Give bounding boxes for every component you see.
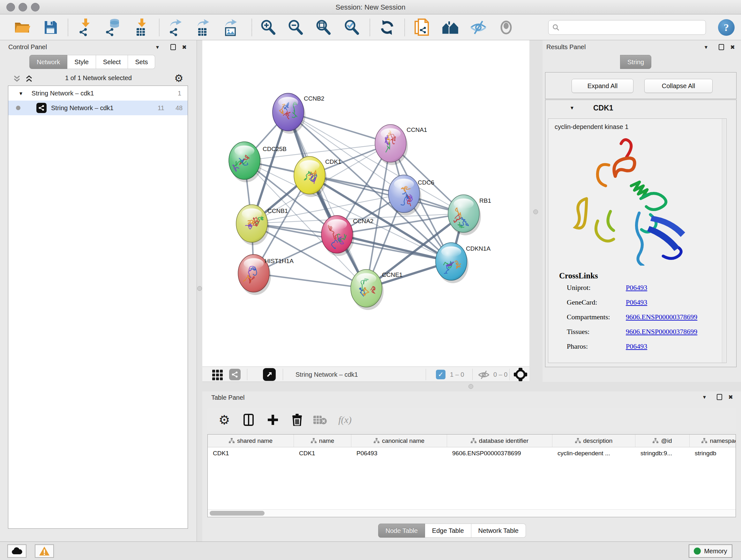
bottom-splitter-handle[interactable] [468,384,473,389]
column-header-namespace[interactable]: namespace [690,435,736,447]
network-node-CDC6[interactable]: CDC6 [388,175,434,215]
refresh-button[interactable] [378,18,396,37]
table-cell[interactable]: CDK1 [294,447,351,459]
table-hscrollbar[interactable] [208,509,736,517]
panel-float-icon[interactable] [717,394,722,400]
cloud-button[interactable] [7,544,26,558]
save-session-button[interactable] [41,18,60,37]
help-button[interactable]: ? [718,19,735,36]
table-cell[interactable]: cyclin-dependent ... [552,447,635,459]
table-cell[interactable]: stringdb [690,447,736,459]
tab-select[interactable]: Select [96,55,128,69]
collapse-all-button[interactable]: Collapse All [644,79,713,93]
crosslink-link[interactable]: 9606.ENSP00000378699 [626,313,697,321]
import-network-database-button[interactable] [104,18,122,37]
right-splitter-handle[interactable] [533,209,538,214]
table-row[interactable]: CDK1CDK1P064939606.ENSP00000378699cyclin… [208,447,736,459]
panel-float-icon[interactable] [171,44,176,50]
left-splitter[interactable] [197,40,202,542]
add-column-icon[interactable] [266,413,280,427]
eye-button[interactable] [497,18,515,37]
network-node-CDC25B[interactable]: CDC25B [229,142,286,182]
left-splitter-handle[interactable] [197,286,202,291]
expand-all-button[interactable]: Expand All [571,79,633,93]
network-node-CDKN1A[interactable]: CDKN1A [435,243,490,283]
panel-close-icon[interactable]: ✖ [728,394,733,400]
table-cell[interactable]: stringdb:9... [635,447,690,459]
tab-network-table[interactable]: Network Table [471,523,526,538]
show-hide-eye-button[interactable] [469,18,488,37]
crosslink-link[interactable]: P06493 [626,298,647,307]
zoom-out-button[interactable] [286,18,305,37]
collection-expander-icon[interactable]: ▼ [18,91,23,96]
export-image-button[interactable] [222,18,240,37]
open-session-button[interactable] [13,18,31,37]
crosslink-link[interactable]: 9606.ENSP00000378699 [626,327,697,336]
entry-header[interactable]: ▼ CDK1 [545,100,736,118]
bottom-splitter[interactable] [202,382,741,391]
results-scrollbar[interactable] [722,119,726,363]
network-canvas[interactable]: CCNB2CCNA1CDC25BCDK1CDC6RB1CCNB1CCNA2CDK… [202,40,529,367]
panel-close-icon[interactable]: ✖ [182,44,187,51]
network-node-CCNE1[interactable]: CCNE1 [351,269,402,310]
zoom-selected-button[interactable] [342,18,361,37]
panel-menu-icon[interactable]: ▼ [155,44,160,51]
trash-icon[interactable] [290,413,305,427]
selected-checkbox[interactable]: ✓ [436,370,446,379]
import-network-file-button[interactable] [77,18,95,37]
network-node-CCNA2[interactable]: CCNA2 [321,215,374,257]
column-header-shared-name[interactable]: shared name [208,435,294,447]
crosslink-link[interactable]: P06493 [626,342,647,351]
tab-sets[interactable]: Sets [128,55,155,69]
crosslink-label: Pharos: [567,342,588,351]
share-icon[interactable] [229,369,241,380]
import-table-button[interactable] [133,18,151,37]
open-in-new-icon[interactable] [263,368,276,381]
network-node-HIST1H1A[interactable]: HIST1H1A [238,254,293,295]
network-edge[interactable] [288,112,366,288]
network-node-RB1[interactable]: RB1 [448,195,491,235]
table-cell[interactable]: 9606.ENSP00000378699 [447,447,552,459]
search-box[interactable] [548,20,706,35]
node-table[interactable]: shared name name canonical name database… [207,434,736,517]
tab-network[interactable]: Network [29,55,67,69]
column-header-canonical-name[interactable]: canonical name [351,435,447,447]
zoom-in-button[interactable] [259,18,277,37]
warning-button[interactable] [35,544,54,558]
search-input[interactable] [562,23,702,32]
column-header-name[interactable]: name [294,435,351,447]
tab-string[interactable]: String [620,55,651,69]
zoom-fit-button[interactable] [314,18,333,37]
table-cell[interactable]: P06493 [351,447,447,459]
houses-button[interactable] [441,18,460,37]
string-document-button[interactable] [413,18,431,37]
export-network-button[interactable] [166,18,185,37]
tab-node-table[interactable]: Node Table [378,523,425,538]
columns-icon[interactable] [241,413,256,427]
panel-float-icon[interactable] [719,44,724,50]
panel-menu-icon[interactable]: ▼ [704,44,709,51]
network-node-CCNB2[interactable]: CCNB2 [273,93,324,134]
network-node-CCNA1[interactable]: CCNA1 [375,125,427,165]
column-header-database-identifier[interactable]: database identifier [447,435,552,447]
table-cell[interactable]: CDK1 [208,447,294,459]
crosshair-icon[interactable] [514,368,527,381]
panel-menu-icon[interactable]: ▼ [702,394,707,400]
tab-edge-table[interactable]: Edge Table [425,523,471,538]
network-collection-row[interactable]: ▼ String Network – cdk1 1 [8,86,188,101]
network-graph[interactable]: CCNB2CCNA1CDC25BCDK1CDC6RB1CCNB1CCNA2CDK… [202,40,529,367]
column-header--id[interactable]: @id [635,435,690,447]
gear-icon[interactable]: ⚙ [217,413,232,427]
tab-style[interactable]: Style [67,55,96,69]
panel-close-icon[interactable]: ✖ [730,44,735,51]
gear-icon[interactable]: ⚙ [174,72,184,84]
network-row[interactable]: String Network – cdk1 11 48 [8,101,188,115]
entry-expander-icon[interactable]: ▼ [569,105,575,111]
export-table-button[interactable] [194,18,212,37]
crosslink-link[interactable]: P06493 [626,284,647,292]
grid-icon[interactable] [212,369,223,381]
right-splitter[interactable] [529,40,542,382]
column-header-description[interactable]: description [552,435,635,447]
memory-button[interactable]: Memory [689,544,732,558]
table-hscrollbar-thumb[interactable] [210,511,265,516]
